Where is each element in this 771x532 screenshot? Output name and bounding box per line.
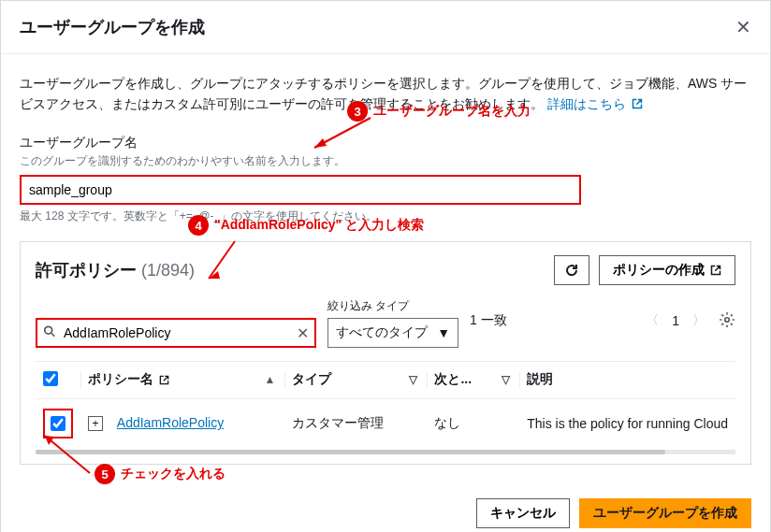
svg-point-0 <box>45 326 52 334</box>
col-next: 次と... <box>434 371 472 386</box>
filter-type-label: 絞り込み タイプ <box>327 298 458 314</box>
current-page: 1 <box>672 313 679 328</box>
callout-5-text: チェックを入れる <box>121 466 225 482</box>
close-button[interactable]: ✕ <box>735 16 751 38</box>
policy-table: ポリシー名 ▲ タイプ ▽ 次と... ▽ 説 <box>36 361 735 448</box>
filter-row: ✕ 絞り込み タイプ すべてのタイプ ▼ 1 一致 〈 1 〉 <box>36 298 735 348</box>
scrollbar-thumb[interactable] <box>36 450 665 454</box>
policy-panel-title: 許可ポリシー (1/894) <box>36 259 195 281</box>
external-link-icon <box>632 94 643 115</box>
callout-5: 5 チェックを入れる <box>95 464 225 484</box>
policy-panel-actions: ポリシーの作成 <box>554 255 735 285</box>
clear-search-icon[interactable]: ✕ <box>297 324 309 341</box>
filter-icon[interactable]: ▽ <box>409 373 417 386</box>
callout-3-arrow <box>300 110 394 157</box>
callout-4: 4 "AddIamRolePolicy" と入力し検索 <box>188 215 424 236</box>
policy-name-link[interactable]: AddIamRolePolicy <box>117 415 224 430</box>
filter-type-column: 絞り込み タイプ すべてのタイプ ▼ <box>327 298 458 348</box>
filter-icon[interactable]: ▽ <box>502 373 510 386</box>
pagination: 〈 1 〉 <box>646 311 735 335</box>
col-type: タイプ <box>292 371 331 386</box>
match-count: 1 一致 <box>470 312 507 333</box>
external-link-icon <box>159 375 169 385</box>
refresh-icon <box>564 263 579 278</box>
modal-footer: キャンセル ユーザーグループを作成 <box>1 483 770 532</box>
row-type: カスタマー管理 <box>284 398 427 448</box>
callout-4-arrow <box>197 237 254 293</box>
next-page-button[interactable]: 〉 <box>692 312 706 329</box>
filter-type-select[interactable]: すべてのタイプ ▼ <box>327 318 458 348</box>
learn-more-text: 詳細はこちら <box>547 96 626 111</box>
search-icon <box>43 324 56 340</box>
prev-page-button[interactable]: 〈 <box>646 312 659 329</box>
policy-title-text: 許可ポリシー <box>36 261 137 280</box>
filter-type-selected: すべてのタイプ <box>336 324 428 341</box>
create-group-modal: ユーザーグループを作成 ✕ ユーザーグループを作成し、グループにアタッチするポリ… <box>0 0 771 532</box>
learn-more-link[interactable]: 詳細はこちら <box>547 96 643 111</box>
external-link-icon <box>710 265 721 276</box>
policy-panel-header: 許可ポリシー (1/894) ポリシーの作成 <box>36 255 735 285</box>
callout-3-text: ユーザーグループ名を入力 <box>373 103 531 120</box>
callout-4-badge: 4 <box>188 215 209 236</box>
gear-icon <box>719 311 735 328</box>
row-desc: This is the policy for running Cloud <box>519 398 735 448</box>
callout-5-arrow <box>34 428 99 480</box>
close-icon: ✕ <box>735 17 751 37</box>
refresh-button[interactable] <box>554 255 589 285</box>
group-name-input[interactable] <box>20 175 581 205</box>
policy-search-input[interactable] <box>36 318 316 348</box>
modal-body: ユーザーグループを作成し、グループにアタッチするポリシーを選択します。グループを… <box>1 54 770 483</box>
horizontal-scrollbar[interactable] <box>36 450 735 454</box>
create-policy-button[interactable]: ポリシーの作成 <box>599 255 735 285</box>
select-all-checkbox[interactable] <box>43 371 58 386</box>
row-next: なし <box>427 398 519 448</box>
col-description: 説明 <box>527 371 553 386</box>
cancel-button[interactable]: キャンセル <box>476 498 570 528</box>
callout-5-badge: 5 <box>95 464 115 484</box>
table-header-row: ポリシー名 ▲ タイプ ▽ 次と... ▽ 説 <box>36 361 735 398</box>
policy-count: (1/894) <box>137 261 195 280</box>
chevron-down-icon: ▼ <box>437 325 450 340</box>
create-policy-label: ポリシーの作成 <box>613 262 705 279</box>
modal-title: ユーザーグループを作成 <box>20 16 205 38</box>
svg-point-1 <box>725 318 730 323</box>
create-group-button[interactable]: ユーザーグループを作成 <box>579 498 751 528</box>
modal-header: ユーザーグループを作成 ✕ <box>1 1 770 54</box>
permissions-policy-panel: 許可ポリシー (1/894) ポリシーの作成 <box>20 241 751 465</box>
search-wrapper: ✕ <box>36 318 316 348</box>
col-policy-name: ポリシー名 <box>88 371 153 386</box>
settings-button[interactable] <box>719 311 735 331</box>
sort-asc-icon[interactable]: ▲ <box>264 373 275 386</box>
callout-4-text: "AddIamRolePolicy" と入力し検索 <box>214 217 424 234</box>
table-row: + AddIamRolePolicy カスタマー管理 なし This is th… <box>36 398 735 448</box>
